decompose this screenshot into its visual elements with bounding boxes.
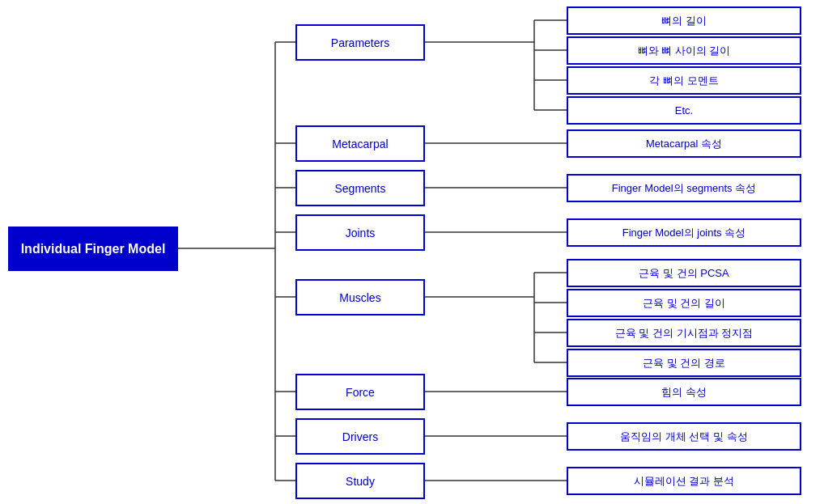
leaf-muscle-length: 근육 및 건의 길이 — [567, 289, 801, 317]
leaf-label-muscle-length: 근육 및 건의 길이 — [643, 296, 725, 311]
leaf-pcsa: 근육 및 건의 PCSA — [567, 259, 801, 287]
leaf-metacarpal-prop: Metacarpal 속성 — [567, 129, 801, 158]
leaf-joints-prop: Finger Model의 joints 속성 — [567, 218, 801, 247]
leaf-bone-bone-length: 뼈와 뼈 사이의 길이 — [567, 36, 801, 65]
mid-label-force: Force — [346, 386, 375, 399]
mid-label-drivers: Drivers — [342, 430, 378, 443]
mid-node-drivers: Drivers — [295, 418, 425, 455]
leaf-label-drivers-prop: 움직임의 개체 선택 및 속성 — [620, 430, 747, 444]
leaf-label-muscle-path: 근육 및 건의 경로 — [643, 356, 725, 371]
diagram: Individual Finger Model Parameters Metac… — [0, 0, 824, 504]
mid-label-metacarpal: Metacarpal — [332, 138, 388, 150]
leaf-label-etc: Etc. — [675, 104, 693, 116]
mid-node-force: Force — [295, 374, 425, 410]
leaf-label-force-prop: 힘의 속성 — [661, 385, 707, 400]
mid-label-study: Study — [346, 475, 375, 488]
mid-label-parameters: Parameters — [331, 36, 389, 49]
leaf-label-bone-length: 뼈의 길이 — [661, 14, 707, 28]
leaf-label-joints-prop: Finger Model의 joints 속성 — [622, 226, 745, 240]
mid-label-muscles: Muscles — [339, 291, 380, 304]
leaf-bone-moment: 각 뼈의 모멘트 — [567, 66, 801, 95]
leaf-study-prop: 시뮬레이션 결과 분석 — [567, 467, 801, 495]
leaf-etc: Etc. — [567, 96, 801, 125]
mid-node-metacarpal: Metacarpal — [295, 125, 425, 162]
leaf-force-prop: 힘의 속성 — [567, 378, 801, 406]
mid-node-muscles: Muscles — [295, 279, 425, 316]
leaf-segments-prop: Finger Model의 segments 속성 — [567, 174, 801, 202]
root-node: Individual Finger Model — [8, 227, 178, 271]
mid-node-joints: Joints — [295, 214, 425, 251]
leaf-label-muscle-origin: 근육 및 건의 기시점과 정지점 — [615, 326, 753, 341]
leaf-muscle-origin: 근육 및 건의 기시점과 정지점 — [567, 319, 801, 347]
leaf-drivers-prop: 움직임의 개체 선택 및 속성 — [567, 422, 801, 451]
leaf-label-bone-moment: 각 뼈의 모멘트 — [649, 74, 718, 88]
mid-node-study: Study — [295, 463, 425, 499]
leaf-bone-length: 뼈의 길이 — [567, 6, 801, 35]
leaf-label-pcsa: 근육 및 건의 PCSA — [639, 266, 728, 281]
mid-node-segments: Segments — [295, 170, 425, 206]
mid-node-parameters: Parameters — [295, 24, 425, 61]
leaf-label-bone-bone-length: 뼈와 뼈 사이의 길이 — [638, 44, 731, 58]
mid-label-segments: Segments — [334, 182, 385, 195]
leaf-muscle-path: 근육 및 건의 경로 — [567, 349, 801, 377]
leaf-label-study-prop: 시뮬레이션 결과 분석 — [634, 474, 734, 489]
mid-label-joints: Joints — [346, 227, 376, 239]
leaf-label-segments-prop: Finger Model의 segments 속성 — [612, 181, 756, 196]
root-label: Individual Finger Model — [21, 242, 166, 256]
leaf-label-metacarpal-prop: Metacarpal 속성 — [646, 137, 722, 151]
